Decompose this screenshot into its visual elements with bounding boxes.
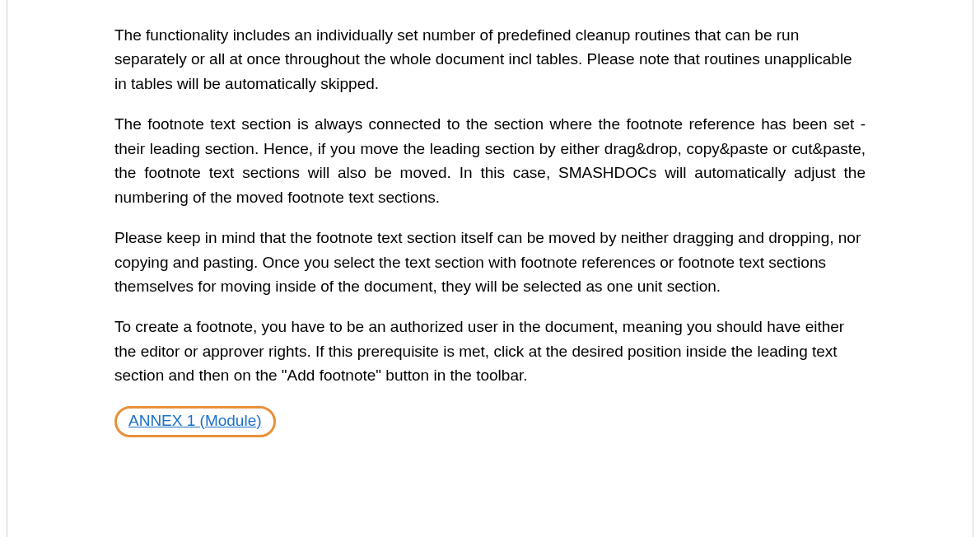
body-paragraph: Please keep in mind that the footnote te… — [114, 226, 866, 298]
highlight-border: ANNEX 1 (Module) — [114, 406, 276, 437]
annex-link[interactable]: ANNEX 1 (Module) — [128, 412, 262, 429]
document-page: The functionality includes an individual… — [7, 0, 973, 537]
body-paragraph: The footnote text section is always conn… — [114, 112, 866, 209]
annex-link-highlight: ANNEX 1 (Module) — [114, 406, 276, 437]
body-paragraph: To create a footnote, you have to be an … — [114, 315, 866, 387]
body-paragraph: The functionality includes an individual… — [114, 23, 866, 96]
document-content: The functionality includes an individual… — [114, 0, 866, 437]
